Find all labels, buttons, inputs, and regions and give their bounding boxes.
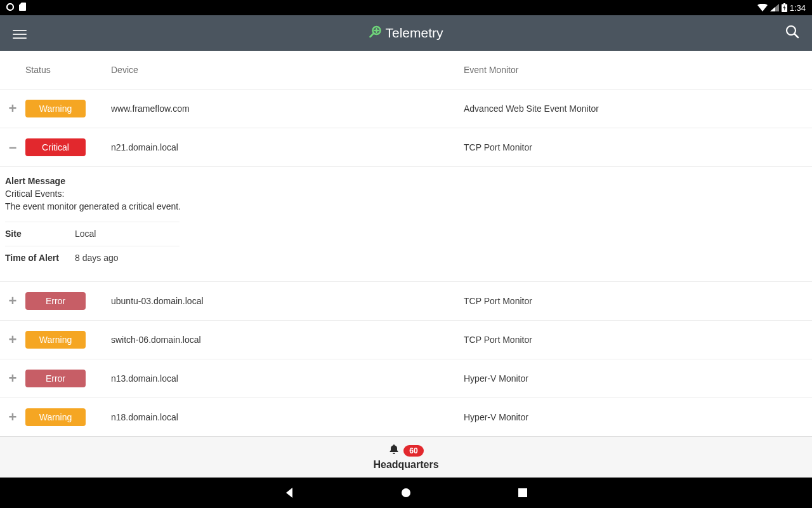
circle-icon — [6, 3, 14, 13]
back-button[interactable] — [282, 485, 297, 500]
col-monitor: Event Monitor — [464, 65, 812, 75]
svg-rect-2 — [783, 3, 785, 4]
table-body: +Warningwww.frameflow.comAdvanced Web Si… — [0, 89, 812, 436]
svg-point-0 — [7, 4, 13, 10]
device-cell: n18.domain.local — [111, 412, 464, 422]
monitor-cell: TCP Port Monitor — [464, 296, 812, 306]
col-status: Status — [25, 65, 111, 75]
col-device: Device — [111, 65, 464, 75]
time-value: 8 days ago — [75, 253, 119, 263]
expand-icon[interactable]: + — [0, 409, 25, 425]
app-header: Telemetry — [0, 15, 812, 51]
table-row[interactable]: +Warningn18.domain.localHyper-V Monitor — [0, 398, 812, 436]
bottom-label: Headquarters — [373, 459, 438, 471]
alert-message-line: Critical Events: — [5, 189, 807, 199]
monitor-cell: Hyper-V Monitor — [464, 373, 812, 384]
table-row[interactable]: +Warningswitch-06.domain.localTCP Port M… — [0, 320, 812, 359]
status-badge: Warning — [25, 331, 86, 349]
svg-line-4 — [370, 34, 373, 37]
device-cell: switch-06.domain.local — [111, 335, 464, 345]
hamburger-menu-icon[interactable] — [13, 27, 27, 39]
svg-rect-10 — [518, 488, 527, 497]
table-header: Status Device Event Monitor — [0, 51, 812, 89]
device-cell: n13.domain.local — [111, 373, 464, 384]
table-row[interactable]: +Warningwww.frameflow.comAdvanced Web Si… — [0, 89, 812, 128]
alert-message-line: The event monitor generated a critical e… — [5, 201, 807, 211]
android-nav-bar — [0, 478, 812, 508]
recents-button[interactable] — [515, 485, 530, 500]
table-row[interactable]: +Errorn13.domain.localHyper-V Monitor — [0, 359, 812, 398]
site-value: Local — [75, 229, 96, 239]
status-badge: Error — [25, 370, 86, 387]
expand-icon[interactable]: + — [0, 370, 25, 387]
sd-card-icon — [19, 3, 26, 13]
monitor-cell: TCP Port Monitor — [464, 335, 812, 345]
svg-line-8 — [795, 34, 799, 38]
alert-count-badge: 60 — [403, 445, 423, 457]
search-icon[interactable] — [785, 25, 799, 41]
alert-message-heading: Alert Message — [5, 176, 807, 186]
cell-signal-icon — [770, 4, 779, 11]
monitor-cell: Advanced Web Site Event Monitor — [464, 104, 812, 114]
status-badge: Critical — [25, 138, 86, 156]
android-status-bar: 1:34 — [0, 0, 812, 15]
collapse-icon[interactable]: – — [0, 139, 25, 156]
expand-icon[interactable]: + — [0, 293, 25, 309]
home-button[interactable] — [398, 485, 414, 500]
telemetry-logo-icon — [369, 25, 381, 41]
app-title: Telemetry — [369, 25, 443, 41]
row-detail: Alert MessageCritical Events:The event m… — [0, 166, 812, 281]
table-row[interactable]: +Errorubuntu-03.domain.localTCP Port Mon… — [0, 281, 812, 320]
device-cell: n21.domain.local — [111, 142, 464, 152]
device-cell: ubuntu-03.domain.local — [111, 296, 464, 306]
expand-icon[interactable]: + — [0, 331, 25, 348]
status-badge: Warning — [25, 408, 86, 426]
site-label: Site — [5, 229, 75, 239]
time-label: Time of Alert — [5, 253, 75, 263]
monitor-cell: TCP Port Monitor — [464, 142, 812, 152]
wifi-icon — [757, 4, 768, 11]
monitor-cell: Hyper-V Monitor — [464, 412, 812, 422]
bottom-tab-bar[interactable]: 60 Headquarters — [0, 436, 812, 478]
expand-icon[interactable]: + — [0, 100, 25, 117]
battery-charging-icon — [782, 3, 787, 12]
bell-icon — [388, 444, 400, 458]
status-badge: Error — [25, 292, 86, 310]
status-badge: Warning — [25, 100, 86, 117]
device-cell: www.frameflow.com — [111, 104, 464, 114]
clock-text: 1:34 — [790, 3, 806, 13]
table-row[interactable]: –Criticaln21.domain.localTCP Port Monito… — [0, 128, 812, 166]
svg-point-9 — [402, 488, 410, 497]
